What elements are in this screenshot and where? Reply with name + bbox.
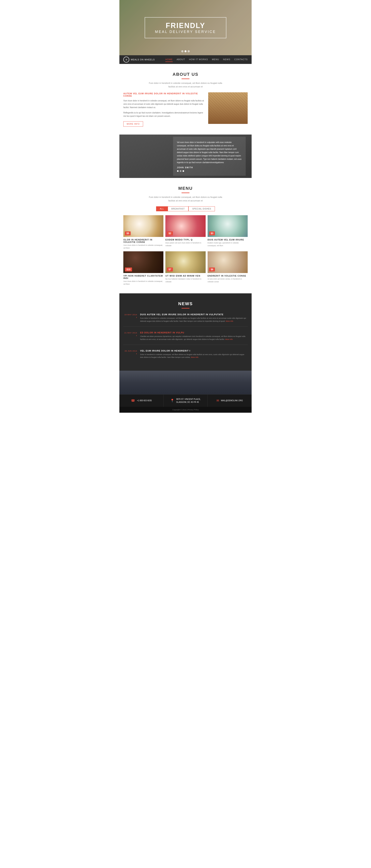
menu-subtitle: Fure dolor in hendrerit in volestie cons… bbox=[148, 195, 223, 203]
menu-item-4-image[interactable]: $10 bbox=[123, 251, 163, 273]
menu-item-4-name: YPI NON HABERET CLARITATEM INSI bbox=[123, 275, 163, 279]
menu-item-2-desc: Duis autem vel eum iriure dolor in hendr… bbox=[165, 242, 206, 247]
testimonial-author: JOHN SMITH bbox=[177, 166, 242, 169]
footer-address: 📍 9870 ST. VINCENT PLACE,GLASGOW, DC 45 … bbox=[163, 395, 208, 407]
menu-item-2: $2 EODEM MODO TYPI, Q Duis autem vel eum… bbox=[165, 215, 206, 249]
menu-item-3-desc: Eodem modo typi, qvendrerit in volestie … bbox=[208, 242, 248, 247]
menu-item-5-name: UT WISI ENIM AD MINIM VEN bbox=[165, 275, 206, 277]
nav-link-how-it-works[interactable]: HOW IT WORKS bbox=[189, 57, 208, 62]
menu-item-2-name: EODEM MODO TYPI, Q bbox=[165, 239, 206, 241]
menu-item-1-desc: Vum iriure dolor in hendrerit in volesti… bbox=[123, 244, 163, 249]
menu-item-1-price: $5 bbox=[125, 231, 131, 235]
testimonial-dot-3[interactable] bbox=[183, 170, 184, 172]
news-item-1-date: 18 May 2014 › bbox=[123, 313, 137, 322]
menu-section: MENU Fure dolor in hendrerit in volestie… bbox=[119, 178, 252, 293]
menu-item-5-image[interactable]: $7 bbox=[165, 251, 206, 273]
about-image bbox=[208, 92, 248, 124]
footer-contacts: ☎ +1 800 603 6035 📍 9870 ST. VINCENT PLA… bbox=[119, 394, 252, 407]
news-item-3-headline: VEL EUM IRIURE DOLOR IN HENDRERIT I bbox=[140, 349, 248, 352]
nav-brand: ⚙ MEALS ON WHEELS bbox=[123, 57, 155, 63]
nav-link-menu[interactable]: MENU bbox=[212, 57, 219, 62]
news-divider bbox=[182, 308, 189, 309]
nav-brand-text: MEALS ON WHEELS bbox=[131, 58, 155, 61]
news-item-3: 26 Jun 2014 › VEL EUM IRIURE DOLOR IN HE… bbox=[123, 349, 248, 363]
filter-special[interactable]: Special dishes bbox=[188, 206, 215, 211]
menu-item-1: $5 OLOR IN HENDRERIT IN VOLESTIE CONSE V… bbox=[123, 215, 163, 249]
about-image-inner bbox=[208, 92, 248, 124]
news-item-1-para: Fure dolor in hendrerit in volestie cons… bbox=[140, 317, 248, 322]
menu-item-6-image[interactable]: $6 bbox=[208, 251, 248, 273]
filter-breakfast[interactable]: Breakfast bbox=[168, 206, 189, 211]
news-item-2: 21 May 2014 › ED DOLOR IN HENDRERIT IN V… bbox=[123, 332, 248, 345]
filter-all[interactable]: All bbox=[156, 206, 168, 211]
testimonial-content: Vel eum iriure dolor in hendrerit in vul… bbox=[173, 137, 246, 176]
more-info-button[interactable]: MORE INFO bbox=[123, 121, 143, 127]
news-title: NEWS bbox=[123, 301, 248, 306]
about-title: ABOUT US bbox=[123, 72, 248, 77]
menu-item-5-price: $7 bbox=[167, 268, 173, 272]
about-heading: AUTEM VEL EUM IRIURE DOLOR IN HENDRERIT … bbox=[123, 92, 204, 97]
menu-item-3-name: DUIS AUTEM VEL EUM IRIURE bbox=[208, 239, 248, 241]
news-item-3-date: 26 Jun 2014 › bbox=[123, 349, 137, 359]
news-item-3-more[interactable]: More Info bbox=[191, 356, 198, 358]
news-item-2-date: 21 May 2014 › bbox=[123, 332, 137, 341]
location-icon: 📍 bbox=[170, 399, 174, 402]
menu-grid: $5 OLOR IN HENDRERIT IN VOLESTIE CONSE V… bbox=[123, 215, 248, 285]
hero-dot-1[interactable] bbox=[181, 50, 183, 52]
menu-item-4-price: $10 bbox=[125, 268, 132, 272]
about-content: AUTEM VEL EUM IRIURE DOLOR IN HENDRERIT … bbox=[123, 92, 248, 127]
hero-title: FRIENDLY bbox=[155, 22, 216, 30]
news-item-1: 18 May 2014 › DUIS AUTEM VEL EUM IRIURE … bbox=[123, 313, 248, 327]
footer-map-overlay bbox=[119, 371, 252, 394]
menu-item-6-desc: Ut wisi enim ad minim ventur, in hendrer… bbox=[208, 278, 248, 283]
menu-item-3: $3 DUIS AUTEM VEL EUM IRIURE Eodem modo … bbox=[208, 215, 248, 249]
menu-item-5-desc: Ep rius haberet claritatem nolar in hend… bbox=[165, 278, 206, 283]
news-section: NEWS 18 May 2014 › DUIS AUTEM VEL EUM IR… bbox=[119, 293, 252, 370]
hero-dot-3[interactable] bbox=[188, 50, 190, 52]
hero-subtitle: MEAL DELIVERY SERVICE bbox=[155, 30, 216, 34]
footer-bottom: Copyright © 2014 | Privacy Policy bbox=[119, 407, 252, 413]
nav-link-contacts[interactable]: CONTACTS bbox=[234, 57, 248, 62]
news-arrow-1: › bbox=[136, 316, 137, 319]
menu-item-2-image[interactable]: $2 bbox=[165, 215, 206, 237]
footer-email-text: MAIL@DEMOLINK.ORG bbox=[221, 399, 243, 402]
footer-address-text: 9870 ST. VINCENT PLACE,GLASGOW, DC 45 FR… bbox=[176, 398, 201, 404]
nav-link-home[interactable]: HOME bbox=[165, 57, 173, 62]
news-item-2-headline: ED DOLOR IN HENDRERIT IN VULPU bbox=[140, 332, 248, 334]
hero-dot-2[interactable] bbox=[185, 50, 186, 52]
news-arrow-2: › bbox=[136, 334, 137, 337]
footer-phone-text: +1 800 603 6035 bbox=[137, 399, 152, 402]
phone-icon: ☎ bbox=[131, 399, 135, 402]
about-divider bbox=[182, 79, 189, 79]
hero-dots bbox=[181, 50, 190, 52]
news-item-1-more[interactable]: More Info bbox=[226, 320, 233, 322]
about-subtitle: Fure dolor in hendrerit in volestie cons… bbox=[148, 82, 223, 88]
testimonial-dot-2[interactable] bbox=[180, 170, 181, 172]
menu-title: MENU bbox=[123, 186, 248, 191]
footer-copyright: Copyright © 2014 | Privacy Policy bbox=[172, 409, 199, 411]
hero-content: FRIENDLY MEAL DELIVERY SERVICE bbox=[145, 17, 226, 38]
about-para-1: Vum iriure dolor in hendrerit in volesti… bbox=[123, 99, 204, 109]
menu-item-3-image[interactable]: $3 bbox=[208, 215, 248, 237]
news-item-2-content: ED DOLOR IN HENDRERIT IN VULPU Clardiet … bbox=[140, 332, 248, 341]
nav-link-about[interactable]: ABOUT bbox=[177, 57, 185, 62]
testimonial-text: Vel eum iriure dolor in hendrerit in vul… bbox=[177, 141, 242, 164]
nav-links: HOME ABOUT HOW IT WORKS MENU NEWS CONTAC… bbox=[165, 57, 248, 62]
menu-filters: All Breakfast Special dishes bbox=[123, 206, 248, 211]
news-item-1-content: DUIS AUTEM VEL EUM IRIURE DOLOR IN HENDR… bbox=[140, 313, 248, 322]
news-item-2-more[interactable]: More Info bbox=[225, 338, 233, 340]
testimonial-dot-1[interactable] bbox=[177, 170, 179, 172]
menu-item-1-image[interactable]: $5 bbox=[123, 215, 163, 237]
hero-section: FRIENDLY MEAL DELIVERY SERVICE bbox=[119, 0, 252, 55]
menu-divider bbox=[182, 192, 189, 193]
menu-item-1-name: OLOR IN HENDRERIT IN VOLESTIE CONSE bbox=[123, 239, 163, 243]
news-item-3-para: Dolor in hendrerit in volestie consequat… bbox=[140, 353, 248, 359]
testimonial-dots bbox=[177, 170, 242, 172]
news-item-3-content: VEL EUM IRIURE DOLOR IN HENDRERIT I Dolo… bbox=[140, 349, 248, 359]
menu-item-5: $7 UT WISI ENIM AD MINIM VEN Ep rius hab… bbox=[165, 251, 206, 285]
about-para-2: Reflegenilis ia iis qui facit eurom clar… bbox=[123, 111, 204, 118]
footer-phone: ☎ +1 800 603 6035 bbox=[119, 395, 163, 407]
email-icon: ✉ bbox=[216, 399, 219, 402]
nav-link-news[interactable]: NEWS bbox=[223, 57, 230, 62]
news-arrow-3: › bbox=[136, 352, 137, 355]
